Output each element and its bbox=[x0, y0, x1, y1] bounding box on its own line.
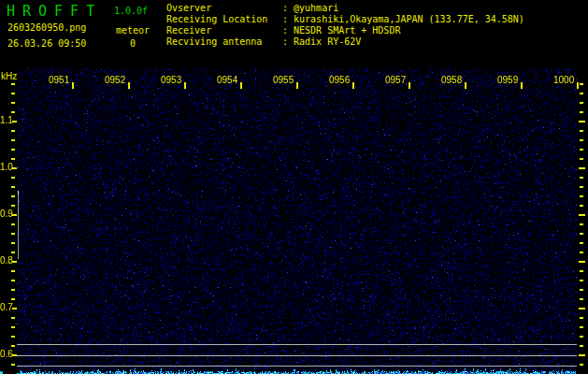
time-tick-label: 0959 bbox=[497, 76, 518, 85]
app-title: HROFFT bbox=[7, 3, 102, 20]
freq-tick-minor bbox=[11, 186, 15, 188]
info-value: Radix RY-62V bbox=[294, 36, 361, 47]
freq-tick-label: 0.7 bbox=[0, 303, 12, 312]
time-tick-label: 0953 bbox=[161, 76, 181, 85]
time-tick-label: 0957 bbox=[385, 76, 406, 85]
time-tick-label: 1000 bbox=[553, 76, 574, 85]
info-value: kurashiki,Okayama,JAPAN (133.77E, 34.58N… bbox=[294, 14, 524, 24]
freq-tick-major bbox=[12, 214, 17, 216]
time-tick bbox=[72, 82, 74, 89]
freq-tick-minor bbox=[11, 270, 15, 272]
freq-tick-minor bbox=[580, 223, 583, 225]
freq-tick-minor bbox=[11, 336, 15, 338]
freq-tick-minor bbox=[11, 205, 15, 207]
freq-tick-minor bbox=[11, 149, 15, 151]
time-tick bbox=[240, 82, 242, 89]
info-row-observer: Ovserver:@yuhmari bbox=[166, 3, 524, 14]
freq-tick-minor bbox=[580, 289, 583, 291]
freq-tick-minor bbox=[580, 326, 583, 328]
time-tick bbox=[577, 82, 579, 89]
freq-tick-label: 1.1 bbox=[0, 116, 12, 125]
freq-tick-major bbox=[12, 167, 17, 169]
time-tick bbox=[128, 82, 130, 89]
freq-tick-minor bbox=[580, 345, 583, 347]
freq-tick-label: 0.9 bbox=[0, 209, 12, 219]
freq-tick-minor bbox=[580, 93, 583, 94]
info-label: Receiving Location bbox=[166, 14, 282, 25]
freq-tick-major bbox=[579, 121, 585, 122]
freq-tick-minor bbox=[580, 186, 583, 188]
hrofft-screen: HROFFT 1.0.0f 2603260950.png meteor 26.0… bbox=[0, 0, 588, 374]
freq-tick-minor bbox=[11, 177, 15, 179]
freq-tick-major bbox=[579, 167, 585, 169]
freq-tick-minor bbox=[11, 252, 15, 253]
freq-tick-minor bbox=[11, 326, 15, 328]
freq-tick-minor bbox=[580, 177, 583, 179]
freq-tick-minor bbox=[11, 158, 15, 160]
info-row-antenna: Recviving antenna:Radix RY-62V bbox=[166, 36, 524, 48]
app-version: 1.0.0f bbox=[114, 6, 148, 16]
freq-tick-minor bbox=[580, 195, 583, 197]
time-tick-label: 0952 bbox=[105, 76, 125, 85]
freq-tick-minor bbox=[11, 139, 15, 141]
info-value: @yuhmari bbox=[294, 3, 338, 13]
time-tick-label: 0954 bbox=[217, 76, 237, 85]
time-tick bbox=[296, 82, 298, 89]
freq-tick-minor bbox=[580, 102, 583, 104]
freq-tick-major bbox=[579, 261, 585, 263]
freq-tick-major bbox=[579, 354, 585, 356]
info-label: Ovserver bbox=[166, 3, 282, 14]
time-tick bbox=[409, 82, 410, 89]
time-tick bbox=[184, 82, 186, 89]
freq-tick-minor bbox=[580, 364, 583, 366]
freq-tick-minor bbox=[11, 289, 15, 291]
time-tick-label: 0958 bbox=[441, 76, 462, 85]
freq-tick-minor bbox=[11, 345, 15, 347]
freq-tick-minor bbox=[11, 233, 15, 235]
freq-tick-minor bbox=[11, 242, 15, 244]
observation-mode: meteor bbox=[116, 25, 150, 36]
freq-tick-minor bbox=[580, 298, 583, 300]
info-separator: : bbox=[282, 25, 288, 36]
freq-tick-minor bbox=[580, 270, 583, 272]
time-tick bbox=[465, 82, 466, 89]
info-label: Recviving antenna bbox=[166, 36, 282, 48]
freq-tick-minor bbox=[11, 223, 15, 225]
freq-tick-minor bbox=[11, 317, 15, 319]
info-value: NESDR SMArt + HDSDR bbox=[294, 25, 400, 36]
freq-tick-minor bbox=[11, 102, 15, 104]
observation-datetime: 26.03.26 09:50 bbox=[7, 38, 86, 49]
freq-tick-minor bbox=[11, 130, 15, 132]
time-tick-label: 0951 bbox=[49, 76, 69, 85]
info-separator: : bbox=[282, 14, 288, 24]
freq-tick-major bbox=[12, 354, 17, 356]
freq-tick-label: 1.0 bbox=[0, 163, 12, 172]
station-info: Ovserver:@yuhmari Receiving Location:kur… bbox=[166, 3, 524, 48]
freq-tick-minor bbox=[11, 280, 15, 281]
freq-tick-minor bbox=[580, 233, 583, 235]
info-separator: : bbox=[282, 3, 288, 13]
spectrogram-canvas bbox=[0, 68, 577, 374]
freq-tick-minor bbox=[580, 336, 583, 338]
freq-tick-minor bbox=[580, 252, 583, 253]
freq-tick-minor bbox=[580, 139, 583, 141]
freq-tick-minor bbox=[580, 130, 583, 132]
info-label: Receiver bbox=[166, 25, 282, 36]
freq-tick-label: 0.8 bbox=[0, 256, 12, 266]
info-separator: : bbox=[282, 36, 288, 47]
time-tick bbox=[521, 82, 523, 89]
freq-tick-minor bbox=[11, 93, 15, 94]
freq-tick-minor bbox=[11, 195, 15, 197]
freq-tick-minor bbox=[580, 158, 583, 160]
freq-tick-minor bbox=[580, 83, 583, 85]
freq-tick-major bbox=[12, 308, 17, 309]
freq-tick-minor bbox=[580, 280, 583, 281]
meteor-echo-count: 0 bbox=[130, 38, 136, 49]
info-row-receiver: Receiver:NESDR SMArt + HDSDR bbox=[166, 25, 524, 36]
freq-tick-minor bbox=[580, 149, 583, 151]
freq-tick-label: 0.6 bbox=[0, 350, 12, 359]
time-tick-label: 0955 bbox=[273, 76, 294, 85]
freq-tick-minor bbox=[580, 111, 583, 113]
info-row-location: Receiving Location:kurashiki,Okayama,JAP… bbox=[166, 14, 524, 25]
freq-tick-minor bbox=[580, 205, 583, 207]
